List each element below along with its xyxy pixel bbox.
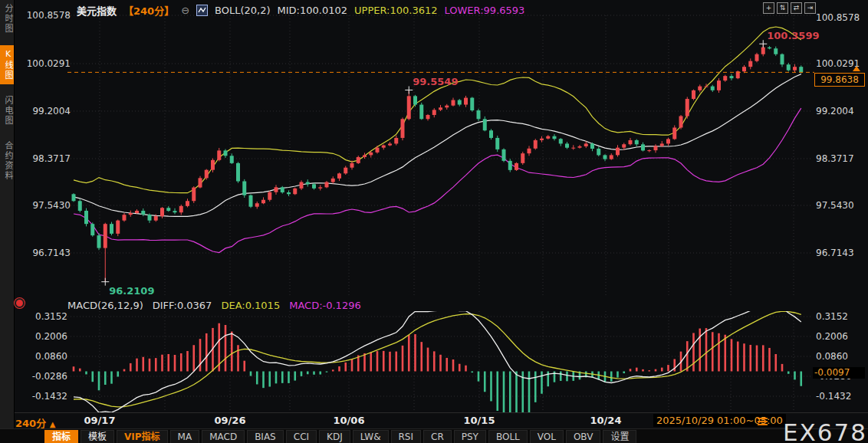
price-axis-label-left: 98.3717 bbox=[23, 153, 71, 164]
y-axis-scale-icon[interactable]: ⇅ bbox=[777, 2, 788, 14]
macd-axis-label-left: 0.0860 bbox=[20, 351, 67, 362]
pan-icon[interactable]: + bbox=[763, 2, 774, 14]
price-axis-label-right: 96.7143 bbox=[816, 248, 863, 258]
price-axis-top-left: 100.8578 bbox=[23, 10, 71, 21]
menu-icon[interactable] bbox=[758, 418, 768, 427]
indicator-lwr[interactable]: LW& bbox=[353, 430, 389, 443]
indicator-cr[interactable]: CR bbox=[423, 430, 452, 443]
settings-button[interactable]: 设置 bbox=[603, 430, 636, 443]
chart-type-icon bbox=[196, 5, 208, 16]
chart-toolbar-icons: +⇅⇄⇥ bbox=[763, 2, 816, 14]
chart-header: 美元指数 【240分】 ⊖ BOLL(20,2) MID:100.0102 UP… bbox=[77, 3, 524, 18]
timeline-date-label: 10/24 bbox=[590, 415, 622, 426]
indicator-bias[interactable]: BIAS bbox=[247, 430, 284, 443]
symbol-label: 美元指数 bbox=[77, 3, 117, 18]
indicator-toolbar: 指标模板VIP指标MAMACDBIASCCIKDJLW&RSICRPSYBOLL… bbox=[0, 428, 868, 443]
tab-time-share[interactable]: 分时图 bbox=[0, 0, 14, 38]
indicator-macd[interactable]: MACD bbox=[202, 430, 245, 443]
x-axis-scale-icon[interactable]: ⇄ bbox=[791, 2, 802, 14]
price-axis-top-right: 100.8578 bbox=[816, 12, 863, 23]
indicators-button[interactable]: 指标 bbox=[44, 430, 78, 443]
timeframe-arrow-icon: ▲ bbox=[50, 420, 56, 428]
timeline-date-label: 10/15 bbox=[464, 415, 495, 426]
tab-flash-chart[interactable]: 闪电图 bbox=[0, 92, 14, 130]
trading-app-window: 分时图K线图闪电图合约资料 100.8578 美元指数 【240分】 ⊖ BOL… bbox=[0, 0, 868, 443]
macd-dea-readout: DEA:0.1015 bbox=[221, 300, 280, 311]
boll-mid-readout: MID:100.0102 bbox=[278, 5, 347, 16]
timeline-date-label: 10/06 bbox=[334, 415, 365, 426]
macd-axis-label-left: 0.2006 bbox=[20, 331, 67, 342]
vip-indicators-button[interactable]: VIP指标 bbox=[117, 430, 168, 443]
macd-title: MACD(26,12,9) bbox=[67, 300, 143, 311]
indicator-cci[interactable]: CCI bbox=[286, 430, 317, 443]
templates-button[interactable]: 模板 bbox=[81, 430, 114, 443]
indicator-psy[interactable]: PSY bbox=[454, 430, 486, 443]
macd-value-readout: MACD:-0.1296 bbox=[289, 300, 361, 311]
shift-right-icon[interactable]: ⇥ bbox=[804, 2, 816, 14]
macd-axis-label-right: 0.3152 bbox=[816, 311, 863, 322]
high-price-annotation: 100.3599 bbox=[767, 30, 819, 41]
boll-lower-readout: LOWER:99.6593 bbox=[445, 5, 525, 16]
chart-type-sidebar: 分时图K线图闪电图合约资料 bbox=[0, 0, 15, 443]
timeline-date-label: 09/17 bbox=[84, 415, 116, 426]
watermark: EX678 bbox=[783, 418, 867, 443]
low-price-annotation: 96.2109 bbox=[109, 285, 154, 297]
price-axis-label-right: 98.3717 bbox=[816, 153, 863, 164]
macd-axis-label-left: 0.3152 bbox=[20, 311, 67, 322]
macd-axis-label-right: 0.0860 bbox=[816, 351, 863, 362]
live-indicator-icon bbox=[16, 300, 23, 307]
indicator-ma[interactable]: MA bbox=[170, 430, 200, 443]
macd-axis-label-left: -0.1432 bbox=[20, 391, 67, 402]
indicator-obv[interactable]: OBV bbox=[566, 430, 601, 443]
price-axis-label-left: 100.0291 bbox=[23, 58, 71, 69]
current-price-badge: 99.8638 bbox=[814, 73, 865, 87]
price-axis-label-right: 99.2004 bbox=[816, 106, 863, 116]
macd-axis-label-right: -0.1432 bbox=[816, 391, 863, 402]
collapse-indicator-icon[interactable]: ⊖ bbox=[181, 5, 189, 16]
boll-upper-readout: UPPER:100.3612 bbox=[354, 5, 437, 16]
tab-kline[interactable]: K线图 bbox=[0, 45, 14, 84]
indicator-kdj[interactable]: KDJ bbox=[319, 430, 350, 443]
macd-axis-label-right: 0.2006 bbox=[816, 331, 863, 342]
swing-high-annotation: 99.5549 bbox=[413, 76, 458, 87]
price-axis-label-left: 97.5430 bbox=[23, 200, 71, 211]
boll-label: BOLL(20,2) bbox=[215, 5, 271, 16]
macd-axis-label-left: -0.0286 bbox=[20, 371, 67, 382]
tab-contract-info[interactable]: 合约资料 bbox=[0, 137, 14, 185]
macd-readout: MACD(26,12,9) DIFF:0.0367 DEA:0.1015 MAC… bbox=[67, 300, 361, 311]
price-axis-label-right: 97.5430 bbox=[816, 200, 863, 211]
price-up-arrow-icon bbox=[853, 66, 860, 71]
macd-value-badge: -0.0097 bbox=[813, 367, 865, 379]
macd-diff-readout: DIFF:0.0367 bbox=[153, 300, 212, 311]
indicator-boll[interactable]: BOLL bbox=[488, 430, 528, 443]
period-label: 【240分】 bbox=[123, 3, 174, 18]
timeframe-label: 240分 bbox=[15, 418, 46, 429]
price-axis-label-left: 96.7143 bbox=[23, 248, 71, 258]
price-axis-label-left: 99.2004 bbox=[23, 106, 71, 116]
timeline-date-label: 09/26 bbox=[215, 415, 246, 426]
indicator-vol[interactable]: VOL bbox=[530, 430, 564, 443]
indicator-rsi[interactable]: RSI bbox=[391, 430, 422, 443]
kline-macd-chart-canvas[interactable] bbox=[0, 0, 868, 443]
